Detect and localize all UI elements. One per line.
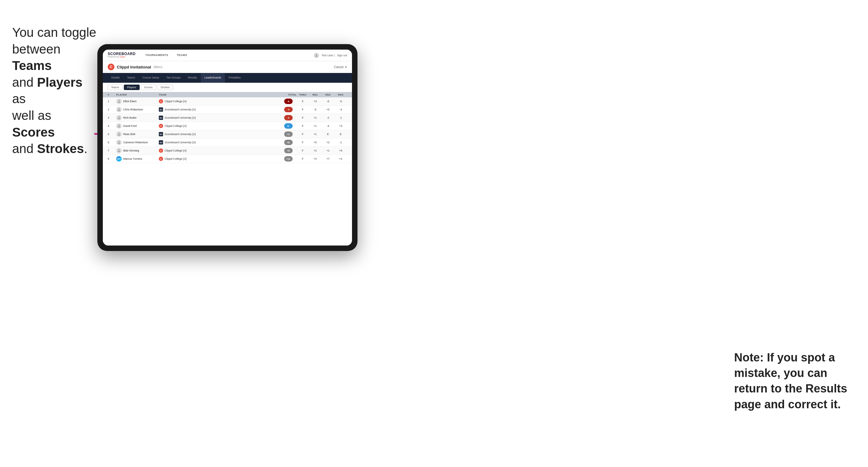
score-badge: +6	[284, 139, 293, 145]
sub-tab-bar: Teams Players Scores Strokes	[103, 83, 352, 92]
tab-printables[interactable]: Printables	[225, 73, 244, 83]
player-name: David Ford	[123, 124, 136, 127]
sub-tab-scores[interactable]: Scores	[141, 85, 156, 90]
player-name: Elliot Ebert	[123, 100, 136, 103]
cell-rd3: +2	[334, 157, 347, 160]
cell-rank: 8	[108, 157, 116, 160]
team-name: Scoreboard University [A]	[164, 141, 196, 144]
tab-tee-groups[interactable]: Tee Groups	[163, 73, 184, 83]
tournament-name: Clippd Invitational	[117, 65, 151, 69]
clippd-logo-c: C	[108, 64, 114, 70]
col-team: TEAM	[159, 93, 220, 96]
team-name: Scoreboard University [A]	[164, 108, 196, 111]
table-row: 1 Elliot Ebert C Clippd College [A] -8 F…	[103, 97, 352, 105]
cell-rd1: -5	[309, 108, 321, 111]
table-row: 6 Cameron Robertson SU Scoreboard Univer…	[103, 138, 352, 147]
cell-thru: F	[297, 116, 309, 119]
player-name: Marcus Turners	[123, 157, 143, 160]
cell-rank: 1	[108, 100, 116, 103]
col-total: TOTAL	[280, 93, 297, 96]
sub-tab-teams[interactable]: Teams	[108, 85, 123, 90]
svg-point-4	[118, 116, 120, 118]
team-logo: C	[159, 149, 163, 153]
cell-rd2: +1	[321, 149, 334, 152]
score-badge: E	[284, 123, 293, 129]
team-logo: SU	[159, 107, 163, 112]
top-nav: SCOREBOARD Powered by clippd TOURNAMENTS…	[103, 50, 352, 61]
right-annotation: Note: If you spot a mistake, you can ret…	[734, 350, 850, 412]
tab-course-setup[interactable]: Course Setup	[139, 73, 163, 83]
team-logo: C	[159, 124, 163, 128]
cell-rd1: +2	[309, 149, 321, 152]
cell-total: -8	[280, 99, 297, 104]
col-rd2: RD2	[321, 93, 334, 96]
cell-rank: 2	[108, 108, 116, 111]
nav-right: Test User | Sign out	[314, 53, 347, 58]
tournament-header: C Clippd Invitational (Men) Cancel ✕	[103, 61, 352, 73]
sub-tab-players[interactable]: Players	[124, 85, 140, 90]
tab-leaderboards[interactable]: Leaderboards	[201, 73, 225, 83]
nav-item-tournaments[interactable]: TOURNAMENTS	[141, 50, 173, 61]
cell-player: David Ford	[116, 123, 159, 129]
sub-tab-strokes[interactable]: Strokes	[157, 85, 174, 90]
tab-teams[interactable]: Teams	[124, 73, 139, 83]
player-name: Rees Britt	[123, 133, 135, 136]
score-badge: -2	[284, 115, 293, 121]
cell-team: C Clippd College [A]	[159, 99, 220, 103]
score-badge: +8	[284, 148, 293, 153]
score-badge: +1	[284, 131, 293, 137]
nav-items: TOURNAMENTS TEAMS	[141, 50, 314, 61]
cell-thru: F	[297, 108, 309, 111]
nav-item-teams[interactable]: TEAMS	[173, 50, 191, 61]
sign-out-link[interactable]: Sign out	[337, 54, 347, 57]
cell-team: C Clippd College [A]	[159, 157, 220, 161]
team-name: Scoreboard University [A]	[164, 116, 196, 119]
table-row: 7 Blair McHarg C Clippd College [A] +8 F…	[103, 147, 352, 155]
cell-rd1: +5	[309, 141, 321, 144]
logo-title: SCOREBOARD	[108, 52, 136, 56]
svg-point-6	[118, 133, 120, 134]
svg-point-7	[118, 141, 120, 143]
tab-details[interactable]: Details	[108, 73, 124, 83]
cell-thru: F	[297, 141, 309, 144]
leaderboard-table: # PLAYER TEAM TOTAL THRU RD1 RD2 RD3 1 E…	[103, 92, 352, 246]
cell-thru: F	[297, 133, 309, 136]
cell-total: -2	[280, 115, 297, 121]
player-name: Chris Robertson	[123, 108, 143, 111]
team-name: Clippd College [A]	[164, 100, 186, 103]
cell-total: +1	[280, 131, 297, 137]
cell-team: SU Scoreboard University [A]	[159, 140, 220, 145]
cell-team: C Clippd College [A]	[159, 149, 220, 153]
cell-rank: 6	[108, 141, 116, 144]
cell-total: +6	[280, 139, 297, 145]
avatar	[116, 148, 122, 153]
table-row: 3 Rich Butler SU Scoreboard University […	[103, 114, 352, 122]
table-header: # PLAYER TEAM TOTAL THRU RD1 RD2 RD3	[103, 92, 352, 97]
tab-bar: Details Teams Course Setup Tee Groups Re…	[103, 73, 352, 83]
tablet-screen: SCOREBOARD Powered by clippd TOURNAMENTS…	[103, 50, 352, 246]
user-name: Test User |	[321, 54, 335, 57]
cell-rank: 3	[108, 116, 116, 119]
avatar	[116, 115, 122, 121]
col-thru: THRU	[297, 93, 309, 96]
cell-rd3: -5	[334, 100, 347, 103]
cell-thru: F	[297, 124, 309, 127]
cell-rd3: -4	[334, 108, 347, 111]
avatar	[116, 139, 122, 145]
svg-point-8	[118, 149, 120, 151]
team-name: Clippd College [A]	[164, 124, 186, 127]
cell-thru: F	[297, 100, 309, 103]
tab-results[interactable]: Results	[184, 73, 201, 83]
cell-rd1: +3	[309, 100, 321, 103]
cell-rd2: E	[321, 133, 334, 136]
table-row: 4 David Ford C Clippd College [A] E F +1	[103, 122, 352, 130]
avatar	[116, 131, 122, 137]
avatar: MT	[116, 156, 122, 161]
svg-point-2	[118, 100, 120, 101]
cancel-button[interactable]: Cancel ✕	[334, 65, 347, 69]
cell-team: SU Scoreboard University [A]	[159, 132, 220, 136]
col-rank: #	[108, 93, 116, 96]
avatar	[116, 107, 122, 112]
team-logo: SU	[159, 132, 163, 136]
cell-rd2: +7	[321, 157, 334, 160]
